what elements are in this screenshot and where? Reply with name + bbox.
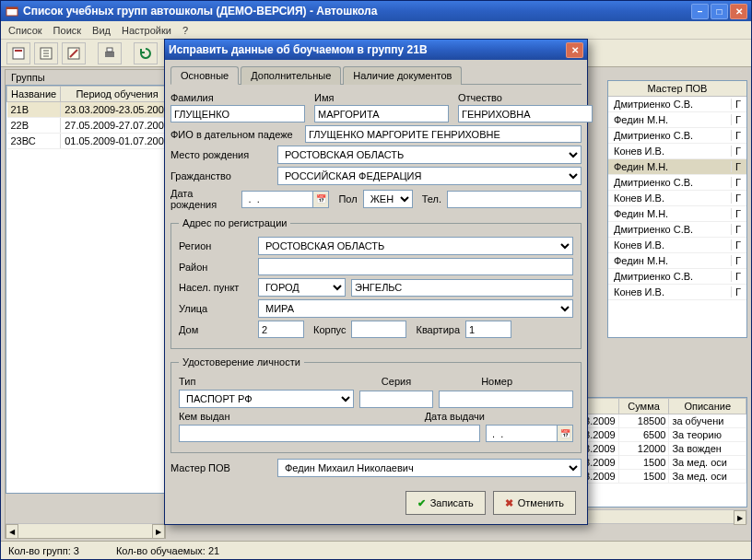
groups-col-period: Период обучения (61, 87, 165, 102)
id-date-picker-icon[interactable]: 📅 (557, 425, 573, 442)
id-series-input[interactable] (359, 391, 433, 408)
app-icon (5, 4, 19, 18)
save-button-label: Записать (430, 497, 474, 508)
payment-row[interactable]: 03.20096500За теорию (565, 428, 746, 442)
citizenship-select[interactable]: РОССИЙСКАЯ ФЕДЕРАЦИЯ (277, 167, 582, 185)
menu-settings[interactable]: Настройки (122, 25, 171, 36)
toolbar-btn-1[interactable] (6, 42, 30, 64)
menu-search[interactable]: Поиск (53, 25, 81, 36)
phone-input[interactable] (447, 191, 582, 208)
groups-panel: Группы Название Период обучения 21В23.03… (5, 69, 166, 539)
master-row[interactable]: Конев И.В.Г (608, 144, 746, 159)
student-edit-dialog: Исправить данные об боучаемом в группу 2… (164, 39, 588, 525)
menu-help[interactable]: ? (182, 25, 188, 36)
label-master: Мастер ПОВ (170, 462, 272, 473)
patronymic-input[interactable] (458, 105, 593, 122)
dialog-titlebar: Исправить данные об боучаемом в группу 2… (165, 40, 587, 60)
birthdate-picker-icon[interactable]: 📅 (312, 191, 329, 208)
master-row[interactable]: Конев И.В.Г (608, 285, 746, 300)
payments-grid[interactable]: Сумма Описание 03.200918500за обучени03.… (563, 397, 747, 508)
label-id-type: Тип (179, 376, 234, 387)
building-input[interactable] (351, 321, 406, 338)
label-firstname: Имя (314, 92, 449, 103)
lastname-input[interactable] (170, 105, 305, 122)
label-building: Корпус (313, 324, 346, 335)
masters-list[interactable]: Мастер ПОВ Дмитриенко С.В.ГФедин М.Н.ГДм… (607, 80, 747, 338)
master-row[interactable]: Дмитриенко С.В.Г (608, 222, 746, 238)
groups-hscroll[interactable]: ◀ ▶ (6, 523, 165, 538)
master-row[interactable]: Дмитриенко С.В.Г (608, 128, 746, 144)
group-row[interactable]: 22В27.05.2009-27.07.2009 (7, 118, 166, 134)
statusbar: Кол-во групп: 3 Кол-во обучаемых: 21 (1, 541, 751, 559)
masters-header: Мастер ПОВ (608, 81, 746, 97)
sex-select[interactable]: ЖЕН (363, 190, 413, 208)
birthdate-input[interactable] (241, 191, 313, 208)
id-number-input[interactable] (439, 391, 573, 408)
master-row[interactable]: Конев И.В.Г (608, 191, 746, 206)
menu-view[interactable]: Вид (92, 25, 111, 36)
id-type-select[interactable]: ПАСПОРТ РФ (179, 390, 354, 408)
tab-main[interactable]: Основные (170, 66, 239, 85)
groups-col-name: Название (7, 87, 61, 102)
label-region: Регион (179, 240, 253, 251)
master-row[interactable]: Дмитриенко С.В.Г (608, 175, 746, 191)
label-house: Дом (179, 324, 253, 335)
toolbar-refresh-button[interactable] (134, 42, 158, 64)
right-hscroll[interactable]: ◀▶ (563, 509, 747, 524)
birthplace-select[interactable]: РОСТОВСКАЯ ОБЛАСТЬ (277, 146, 582, 164)
svg-rect-3 (15, 50, 22, 52)
scroll-left-icon[interactable]: ◀ (6, 524, 18, 539)
save-button[interactable]: ✔Записать (405, 491, 486, 515)
label-sex: Пол (338, 193, 357, 204)
label-district: Район (179, 262, 253, 273)
label-street: Улица (179, 303, 253, 314)
house-input[interactable] (258, 321, 304, 338)
toolbar-btn-3[interactable] (62, 42, 86, 64)
master-row[interactable]: Федин М.Н.Г (608, 253, 746, 269)
scroll-right-icon[interactable]: ▶ (734, 510, 746, 525)
payment-row[interactable]: 03.20091500За мед. оси (565, 456, 746, 470)
label-settlement: Насел. пункт (179, 282, 253, 293)
payment-row[interactable]: 03.200912000За вожден (565, 442, 746, 456)
payment-row[interactable]: 03.20091500За мед. оси (565, 470, 746, 484)
master-select[interactable]: Федин Михаил Николаевич (277, 459, 582, 477)
scroll-right-icon[interactable]: ▶ (152, 524, 165, 539)
svg-rect-2 (13, 48, 24, 59)
groups-caption: Группы (6, 70, 165, 85)
label-id-number: Номер (481, 376, 512, 387)
master-row[interactable]: Федин М.Н.Г (608, 112, 746, 128)
master-row[interactable]: Дмитриенко С.В.Г (608, 269, 746, 285)
toolbar-btn-2[interactable] (34, 42, 58, 64)
address-group: Адрес по регистрации Регион РОСТОВСКАЯ О… (170, 217, 582, 349)
master-row[interactable]: Конев И.В.Г (608, 238, 746, 253)
toolbar-print-button[interactable] (98, 42, 122, 64)
pay-col-2: Описание (669, 399, 746, 414)
group-row[interactable]: 21В23.03.2009-23.05.2009 (7, 102, 166, 118)
master-row[interactable]: Федин М.Н.Г (608, 159, 746, 175)
region-select[interactable]: РОСТОВСКАЯ ОБЛАСТЬ (258, 237, 573, 255)
flat-input[interactable] (465, 321, 511, 338)
dialog-close-button[interactable]: ✕ (566, 42, 583, 58)
payment-row[interactable]: 03.200918500за обучени (565, 414, 746, 428)
check-icon: ✔ (417, 497, 426, 509)
menu-list[interactable]: Список (8, 25, 42, 36)
settlement-name-input[interactable] (351, 279, 573, 297)
group-row[interactable]: 23ВС01.05.2009-01.07.2008 (7, 134, 166, 149)
close-button[interactable]: ✕ (730, 4, 747, 19)
minimize-button[interactable]: – (691, 4, 709, 19)
firstname-input[interactable] (314, 105, 449, 122)
master-row[interactable]: Федин М.Н.Г (608, 206, 746, 222)
tab-docs[interactable]: Наличие документов (343, 66, 462, 85)
settlement-type-select[interactable]: ГОРОД (258, 278, 346, 297)
fio-dat-input[interactable] (305, 125, 582, 143)
street-select[interactable]: МИРА (258, 299, 573, 318)
groups-grid[interactable]: Название Период обучения 21В23.03.2009-2… (6, 85, 165, 494)
master-row[interactable]: Дмитриенко С.В.Г (608, 97, 746, 112)
cancel-button-label: Отменить (518, 497, 564, 508)
cancel-button[interactable]: ✖Отменить (493, 491, 576, 515)
id-issuer-input[interactable] (179, 425, 480, 442)
district-input[interactable] (258, 258, 573, 275)
id-date-input[interactable] (486, 425, 558, 442)
maximize-button[interactable]: □ (711, 4, 728, 19)
tab-extra[interactable]: Дополнительные (241, 66, 341, 85)
